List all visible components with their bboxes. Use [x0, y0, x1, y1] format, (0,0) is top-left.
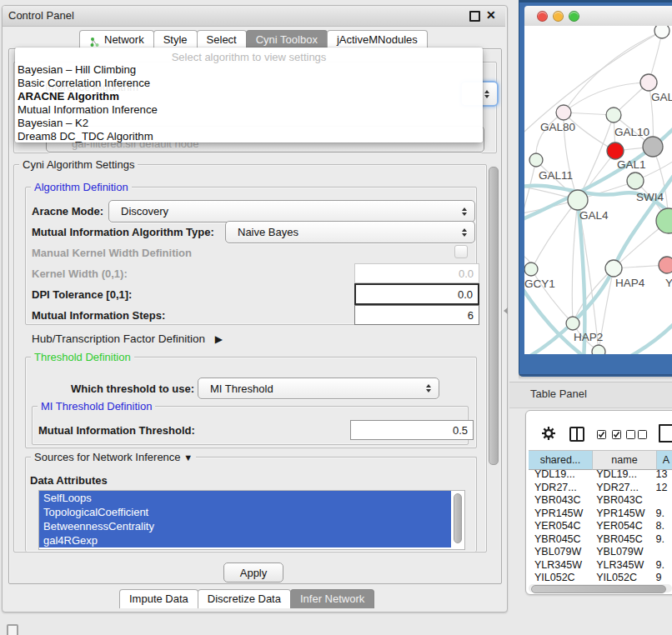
network-node-swi4[interactable] — [627, 172, 644, 189]
network-node-gal1[interactable] — [607, 142, 624, 159]
network-edge[interactable] — [536, 112, 564, 160]
window-shadow — [519, 374, 672, 380]
tab-style[interactable]: Style — [153, 30, 198, 49]
dropdown-item[interactable]: Mutual Information Inference — [15, 103, 483, 117]
mi-threshold-group-title: MI Threshold Definition — [38, 400, 155, 412]
network-node[interactable] — [656, 208, 672, 233]
dpi-tolerance-label: DPI Tolerance [0,1]: — [32, 288, 132, 301]
network-node[interactable] — [643, 137, 663, 157]
network-edge[interactable] — [524, 160, 536, 242]
network-node-hap2[interactable] — [566, 317, 579, 330]
column-header[interactable]: name — [593, 450, 657, 470]
cyni-settings-title: Cyni Algorithm Settings — [19, 158, 138, 171]
dropdown-item[interactable]: Bayesian – Hill Climbing — [15, 63, 483, 77]
node-label: GAL11 — [539, 169, 573, 182]
apply-button[interactable]: Apply — [223, 562, 283, 582]
which-threshold-combobox[interactable]: MI Threshold — [198, 378, 439, 399]
network-node[interactable] — [654, 26, 669, 38]
table-cell: YBR045C — [590, 533, 652, 547]
manual-kernel-checkbox[interactable] — [454, 245, 468, 258]
table-cell: 12 — [653, 482, 672, 495]
network-node-gal80[interactable] — [556, 105, 571, 120]
tab-network[interactable]: Network — [79, 30, 154, 49]
zoom-traffic-light[interactable] — [569, 11, 579, 22]
collapsed-panel-icon[interactable] — [7, 624, 18, 635]
attribute-item[interactable]: BetweennessCentrality — [39, 519, 451, 533]
tab-jactivemnodules[interactable]: jActiveMNodules — [327, 30, 428, 49]
minimize-traffic-light[interactable] — [553, 11, 564, 22]
table-row[interactable]: YLR345WYLR345W9. — [529, 559, 672, 572]
table-row[interactable]: YBR043CYBR043C — [529, 494, 672, 508]
table-cell: YIL052C — [529, 572, 590, 583]
node-label: HAP4 — [615, 277, 645, 289]
split-columns-icon[interactable] — [569, 427, 584, 442]
table-hscrollbar-thumb[interactable] — [531, 585, 666, 593]
table-cell: YPR145W — [590, 508, 652, 521]
network-node-gal4[interactable] — [568, 190, 588, 210]
mi-threshold-field[interactable]: 0.5 — [350, 420, 474, 440]
table-row[interactable]: YIL052CYIL052C9 — [529, 572, 672, 583]
table-row[interactable]: YBR045CYBR045C9. — [529, 533, 672, 547]
table-row[interactable]: YDR27...YDR27...12 — [529, 482, 672, 495]
node-label: HAP2 — [574, 331, 603, 343]
tab-select[interactable]: Select — [197, 30, 247, 49]
column-header[interactable]: shared... — [529, 450, 593, 470]
table-row[interactable]: YBL079WYBL079W — [529, 546, 672, 559]
list-scrollbar-thumb[interactable] — [454, 493, 462, 543]
mi-type-value: Naive Bayes — [226, 226, 298, 238]
table-row[interactable]: YPR145WYPR145W9. — [529, 508, 672, 521]
tab-discretize-data[interactable]: Discretize Data — [198, 589, 291, 608]
table-rows: YDL19...YDL19...13YDR27...YDR27...12YBR0… — [529, 468, 672, 583]
gear-icon[interactable] — [541, 426, 556, 443]
network-edge[interactable] — [564, 82, 649, 112]
expand-right-icon[interactable]: ▶ — [215, 333, 223, 345]
column-header[interactable]: A — [657, 450, 672, 470]
network-canvas[interactable]: GALGAL80GAL10GAL1GAL11SWI4GAL4GCY1HAP4YH… — [524, 26, 672, 354]
network-edge[interactable] — [578, 116, 614, 200]
network-edge[interactable] — [572, 200, 578, 322]
document-icon[interactable] — [659, 424, 672, 442]
dropdown-items: Bayesian – Hill ClimbingBasic Correlatio… — [15, 63, 483, 143]
network-node-gcy1[interactable] — [524, 262, 538, 276]
float-window-icon[interactable] — [469, 11, 480, 22]
tab-infer-network[interactable]: Infer Network — [290, 589, 374, 608]
table-cell: 9. — [653, 508, 672, 521]
close-icon[interactable]: ✕ — [486, 8, 496, 22]
close-traffic-light[interactable] — [537, 11, 548, 22]
control-panel-titlebar[interactable] — [3, 6, 505, 27]
kernel-width-field[interactable]: 0.0 — [354, 263, 479, 283]
table-row[interactable]: YDL19...YDL19...13 — [529, 468, 672, 482]
network-node-y[interactable] — [659, 257, 672, 273]
hub-definition-expander[interactable]: Hub/Transcription Factor Definition ▶ — [32, 332, 223, 345]
network-edge[interactable] — [564, 32, 661, 112]
tab-impute-data[interactable]: Impute Data — [119, 589, 198, 608]
tab-label: jActiveMNodules — [337, 31, 418, 49]
select-all-columns-icon[interactable] — [597, 429, 621, 442]
network-node[interactable] — [592, 345, 605, 354]
attribute-item[interactable]: SelfLoops — [39, 491, 451, 505]
dpi-tolerance-field[interactable]: 0.0 — [354, 283, 479, 305]
attribute-item[interactable]: gal4RGexp — [39, 533, 451, 548]
mi-type-combobox[interactable]: Naive Bayes — [225, 221, 475, 243]
table-cell: 9 — [653, 572, 672, 583]
table-cell: YDR27... — [529, 482, 590, 495]
sources-title: Sources for Network Inference ▼ — [31, 451, 196, 463]
settings-scrollbar-thumb[interactable] — [489, 167, 499, 465]
tab-cyni-toolbox[interactable]: Cyni Toolbox — [246, 30, 328, 49]
attribute-item[interactable]: TopologicalCoefficient — [39, 505, 451, 519]
mi-steps-field[interactable]: 6 — [354, 305, 479, 325]
table-row[interactable]: YER054CYER054C8. — [529, 520, 672, 533]
table-cell: YDL19... — [529, 468, 590, 482]
dropdown-item[interactable]: Dream8 DC_TDC Algorithm — [15, 130, 483, 143]
chevron-updown-icon — [462, 206, 467, 218]
network-node-gal11[interactable] — [529, 153, 543, 167]
aracne-mode-combobox[interactable]: Discovery — [108, 200, 475, 222]
collapse-down-icon[interactable]: ▼ — [183, 452, 193, 462]
deselect-all-columns-icon[interactable] — [626, 429, 647, 442]
data-attributes-label: Data Attributes — [30, 474, 108, 487]
network-node-gal[interactable] — [640, 74, 657, 91]
network-node-gal10[interactable] — [606, 108, 621, 122]
splitter-collapse-icon[interactable] — [504, 308, 508, 314]
dropdown-item[interactable]: Bayesian – K2 — [15, 117, 483, 130]
network-node-hap4[interactable] — [605, 260, 622, 277]
